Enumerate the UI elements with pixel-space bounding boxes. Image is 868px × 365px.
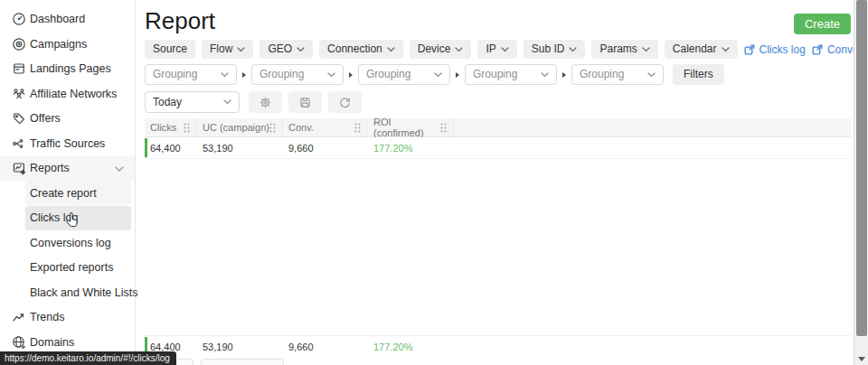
- sidebar-subitem-conversions-log[interactable]: Conversions log: [25, 230, 131, 255]
- landings-pages-icon: [12, 61, 26, 76]
- chip-label: GEO: [268, 40, 292, 59]
- filter-chip-device[interactable]: Device: [410, 40, 472, 59]
- grouping-select-1[interactable]: Grouping: [145, 64, 237, 85]
- grouping-row: Grouping Grouping Grouping Grouping Grou…: [145, 64, 724, 85]
- sidebar-item-label: Affiliate Networks: [30, 88, 117, 100]
- select-value: Grouping: [153, 65, 197, 84]
- select-value: Grouping: [259, 65, 304, 84]
- chevron-down-icon: [115, 166, 124, 172]
- arrow-separator-icon: [349, 72, 353, 78]
- filter-chip-row: Source Flow GEO Connection Device IP Sub…: [145, 40, 868, 59]
- sidebar-item-label: Landings Pages: [30, 62, 111, 75]
- chevron-down-icon: [297, 47, 305, 52]
- column-label: ROI (confirmed): [373, 117, 440, 138]
- sidebar-item-reports[interactable]: Reports: [0, 156, 135, 181]
- settings-gear-icon: [259, 96, 272, 109]
- drag-handle-icon[interactable]: [269, 123, 276, 133]
- total-roi: 177.20%: [368, 342, 454, 352]
- sidebar-subitem-label: Black and White Lists: [30, 286, 138, 299]
- table-header: Clicks UC (campaign) Conv. ROI (confirme…: [145, 118, 851, 137]
- app-window: Dashboard Campaigns Landings Pages Affil…: [0, 0, 868, 365]
- filter-chip-geo[interactable]: GEO: [259, 40, 313, 59]
- cell-clicks: 64,400: [145, 143, 197, 154]
- browser-status-bar: https://demo.keitaro.io/admin/#!/clicks/…: [0, 351, 176, 365]
- sidebar-item-domains[interactable]: Domains: [0, 330, 135, 354]
- sidebar-subitem-exported-reports[interactable]: Exported reports: [25, 256, 131, 280]
- column-header-conv[interactable]: Conv.: [283, 118, 368, 136]
- sidebar-subitem-label: Create report: [30, 187, 97, 200]
- cursor-pointer-icon: [66, 212, 79, 228]
- date-range-select[interactable]: Today: [145, 91, 240, 113]
- filters-button[interactable]: Filters: [673, 64, 724, 85]
- report-table: Clicks UC (campaign) Conv. ROI (confirme…: [145, 118, 851, 357]
- select-value: Grouping: [580, 65, 624, 84]
- sidebar-subitem-create-report[interactable]: Create report: [25, 181, 131, 205]
- sidebar-item-dashboard[interactable]: Dashboard: [0, 7, 135, 32]
- column-header-uc-campaign[interactable]: UC (campaign): [197, 118, 283, 136]
- sidebar-item-offers[interactable]: Offers: [0, 107, 135, 131]
- sidebar-item-label: Campaigns: [30, 38, 87, 51]
- chevron-down-icon: [541, 72, 549, 78]
- filter-chip-subid[interactable]: Sub ID: [524, 40, 586, 59]
- cell-roi: 177.20%: [368, 143, 454, 154]
- scrollbar-down-arrow-icon[interactable]: [858, 357, 865, 361]
- settings-button[interactable]: [249, 91, 282, 113]
- refresh-icon: [338, 96, 352, 109]
- sidebar-subitem-black-white-lists[interactable]: Black and White Lists: [25, 280, 131, 304]
- sidebar-item-label: Reports: [30, 162, 70, 174]
- chevron-down-icon: [223, 99, 231, 105]
- grouping-select-2[interactable]: Grouping: [251, 64, 344, 85]
- grouping-select-3[interactable]: Grouping: [358, 64, 450, 85]
- column-header-roi-confirmed[interactable]: ROI (confirmed): [368, 118, 454, 136]
- column-label: UC (campaign): [203, 122, 269, 133]
- column-header-clicks[interactable]: Clicks: [145, 118, 197, 136]
- chip-label: Calendar: [673, 40, 717, 59]
- select-value: Grouping: [473, 65, 517, 84]
- reports-icon: [12, 161, 26, 175]
- chevron-down-icon: [569, 47, 577, 52]
- affiliate-networks-icon: [12, 87, 26, 101]
- status-url: https://demo.keitaro.io/admin/#!/clicks/…: [5, 353, 170, 363]
- save-icon: [298, 96, 312, 109]
- offers-icon: [12, 111, 26, 126]
- chevron-down-icon: [642, 47, 650, 52]
- save-report-button[interactable]: [288, 91, 322, 113]
- pagination-page-size-button[interactable]: [201, 359, 284, 365]
- clicks-log-link[interactable]: Clicks log: [744, 43, 806, 56]
- select-value: Grouping: [366, 65, 410, 84]
- filter-chip-calendar[interactable]: Calendar: [665, 40, 738, 59]
- chevron-down-icon: [434, 72, 442, 78]
- sidebar-item-affiliate-networks[interactable]: Affiliate Networks: [0, 81, 135, 106]
- filter-chip-params[interactable]: Params: [591, 40, 657, 59]
- sidebar-item-campaigns[interactable]: Campaigns: [0, 32, 135, 56]
- sidebar-item-label: Offers: [30, 112, 61, 125]
- sidebar-item-traffic-sources[interactable]: Traffic Sources: [0, 131, 135, 155]
- scrollbar-thumb[interactable]: [856, 0, 867, 336]
- filter-chip-source[interactable]: Source: [145, 40, 195, 59]
- sidebar-item-trends[interactable]: Trends: [0, 305, 135, 330]
- grouping-select-5[interactable]: Grouping: [571, 64, 664, 85]
- chip-label: Flow: [210, 40, 232, 59]
- column-label: Conv.: [288, 122, 314, 133]
- cell-conv: 9,660: [283, 143, 368, 154]
- filter-chip-flow[interactable]: Flow: [202, 40, 253, 59]
- chip-label: Source: [153, 40, 187, 59]
- create-button[interactable]: Create: [794, 14, 851, 34]
- filter-chip-ip[interactable]: IP: [477, 40, 516, 59]
- filter-chip-connection[interactable]: Connection: [319, 40, 403, 59]
- chip-label: Params: [599, 40, 637, 59]
- drag-handle-icon[interactable]: [440, 123, 447, 133]
- column-label: Clicks: [150, 122, 176, 133]
- arrow-separator-icon: [242, 72, 246, 78]
- drag-handle-icon[interactable]: [354, 123, 361, 133]
- grouping-select-4[interactable]: Grouping: [465, 64, 557, 85]
- total-conv: 9,660: [283, 342, 368, 352]
- drag-handle-icon[interactable]: [184, 123, 190, 133]
- sidebar-item-label: Dashboard: [30, 13, 85, 25]
- domains-icon: [12, 335, 26, 350]
- sidebar-item-landings-pages[interactable]: Landings Pages: [0, 57, 135, 81]
- chevron-down-icon: [455, 47, 463, 52]
- refresh-button[interactable]: [328, 91, 362, 113]
- scrollbar-track[interactable]: [854, 0, 868, 365]
- link-label: Clicks log: [760, 43, 806, 56]
